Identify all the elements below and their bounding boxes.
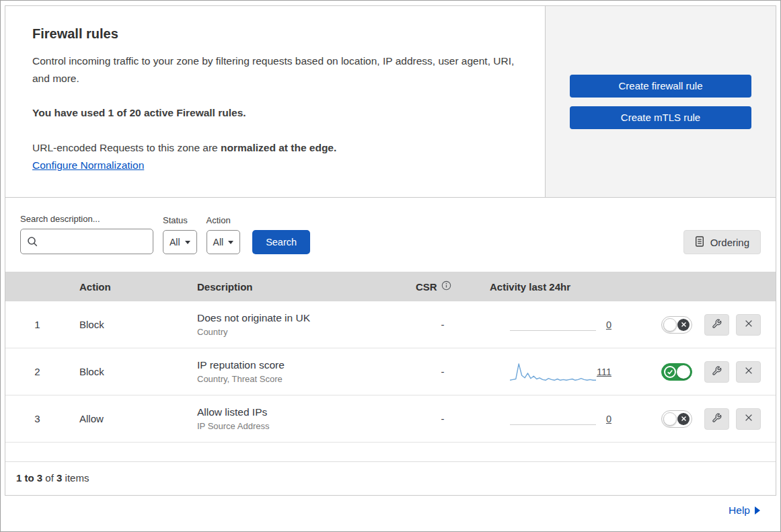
- close-icon: [744, 319, 753, 330]
- rule-enabled-toggle[interactable]: [661, 316, 692, 334]
- rule-action: Block: [69, 366, 187, 377]
- ordering-button[interactable]: Ordering: [683, 230, 761, 254]
- close-icon: [744, 366, 753, 377]
- activity-sparkline: [510, 413, 596, 425]
- usage-note: You have used 1 of 20 active Firewall ru…: [32, 104, 517, 122]
- toggle-knob: [663, 412, 677, 426]
- rule-csr-value: -: [406, 319, 480, 330]
- create-firewall-rule-button[interactable]: Create firewall rule: [570, 75, 751, 98]
- activity-sparkline: [510, 319, 596, 331]
- action-filter-label: Action: [207, 215, 241, 225]
- rule-enabled-toggle[interactable]: [661, 363, 692, 381]
- table-header: Action Description CSR Activity last 24h…: [5, 272, 776, 301]
- edit-rule-button[interactable]: [704, 408, 729, 430]
- rule-action: Block: [69, 319, 187, 330]
- actions-panel: Create firewall rule Create mTLS rule: [546, 6, 776, 197]
- rule-match-fields: Country, Threat Score: [197, 374, 406, 384]
- edit-rule-button[interactable]: [704, 361, 729, 383]
- help-link[interactable]: Help: [729, 504, 760, 517]
- table-row: 3 Allow Allow listed IPs IP Source Addre…: [5, 395, 776, 443]
- items-range: 1 to 3: [16, 472, 42, 484]
- table-row: 1 Block Does not originate in UK Country…: [5, 301, 776, 348]
- rule-csr-value: -: [406, 413, 480, 424]
- search-field: Search description...: [20, 214, 153, 254]
- x-icon: [677, 413, 690, 425]
- search-box: [20, 229, 153, 254]
- items-of-text: of: [42, 472, 57, 484]
- rule-action: Allow: [69, 413, 187, 424]
- ordering-button-label: Ordering: [710, 237, 749, 248]
- rule-description: IP reputation score: [197, 359, 406, 371]
- wrench-icon: [712, 319, 722, 331]
- filter-bar: Search description... Status All Action: [5, 198, 776, 272]
- rule-priority: 2: [5, 366, 69, 377]
- caret-right-icon: [755, 506, 760, 515]
- intro-card: Firewall rules Control incoming traffic …: [5, 6, 546, 197]
- normalization-bold-text: normalized at the edge.: [221, 142, 336, 153]
- activity-count-link[interactable]: 0: [606, 319, 611, 330]
- rules-list-card: Search description... Status All Action: [5, 197, 776, 496]
- close-icon: [744, 413, 753, 424]
- rule-description: Allow listed IPs: [197, 406, 406, 418]
- search-input[interactable]: [20, 229, 153, 254]
- list-document-icon: [695, 236, 704, 249]
- chevron-down-icon: [228, 241, 233, 244]
- action-filter-field: Action All: [207, 215, 241, 254]
- rule-match-fields: Country: [197, 327, 406, 337]
- status-filter-select[interactable]: All: [163, 230, 197, 254]
- csr-column-header: CSR: [406, 280, 480, 293]
- help-bar: Help: [5, 496, 776, 525]
- chevron-down-icon: [185, 241, 190, 244]
- status-filter-field: Status All: [163, 215, 197, 254]
- edit-rule-button[interactable]: [704, 314, 729, 336]
- x-icon: [677, 319, 690, 331]
- toggle-knob: [663, 318, 677, 332]
- activity-sparkline: [510, 360, 596, 383]
- items-count-footer: 1 to 3 of 3 items: [5, 461, 776, 495]
- description-column-header: Description: [187, 281, 406, 293]
- activity-count-link[interactable]: 0: [606, 414, 611, 424]
- activity-count-link[interactable]: 111: [597, 367, 611, 377]
- delete-rule-button[interactable]: [736, 361, 761, 383]
- toggle-knob: [677, 365, 690, 379]
- items-label: items: [62, 472, 89, 484]
- page-title: Firewall rules: [32, 26, 518, 42]
- search-button[interactable]: Search: [252, 230, 310, 254]
- rule-priority: 1: [5, 319, 69, 330]
- rule-enabled-toggle[interactable]: [661, 410, 692, 428]
- info-icon[interactable]: [441, 280, 451, 293]
- check-icon: [664, 366, 676, 378]
- rule-priority: 3: [5, 413, 69, 424]
- activity-column-header: Activity last 24hr: [480, 281, 616, 293]
- delete-rule-button[interactable]: [736, 314, 761, 336]
- csr-header-label: CSR: [416, 281, 437, 293]
- table-row: 2 Block IP reputation score Country, Thr…: [5, 348, 776, 395]
- status-filter-label: Status: [163, 215, 197, 225]
- intro-band: Firewall rules Control incoming traffic …: [5, 5, 776, 198]
- wrench-icon: [712, 366, 722, 378]
- wrench-icon: [712, 413, 722, 425]
- normalization-text: URL-encoded Requests to this zone are: [32, 142, 221, 153]
- action-filter-value: All: [213, 237, 224, 248]
- normalization-note: URL-encoded Requests to this zone are no…: [32, 139, 517, 157]
- rule-description: Does not originate in UK: [197, 312, 406, 324]
- rule-match-fields: IP Source Address: [197, 421, 406, 431]
- page-description: Control incoming traffic to your zone by…: [32, 52, 517, 87]
- firewall-rules-page: Firewall rules Control incoming traffic …: [0, 0, 781, 532]
- search-label: Search description...: [20, 214, 153, 224]
- create-mtls-rule-button[interactable]: Create mTLS rule: [570, 106, 751, 129]
- rule-csr-value: -: [406, 366, 480, 377]
- help-link-label: Help: [729, 504, 750, 517]
- configure-normalization-link[interactable]: Configure Normalization: [32, 159, 144, 171]
- action-filter-select[interactable]: All: [207, 230, 241, 254]
- delete-rule-button[interactable]: [736, 408, 761, 430]
- action-column-header: Action: [69, 281, 187, 293]
- status-filter-value: All: [170, 237, 180, 248]
